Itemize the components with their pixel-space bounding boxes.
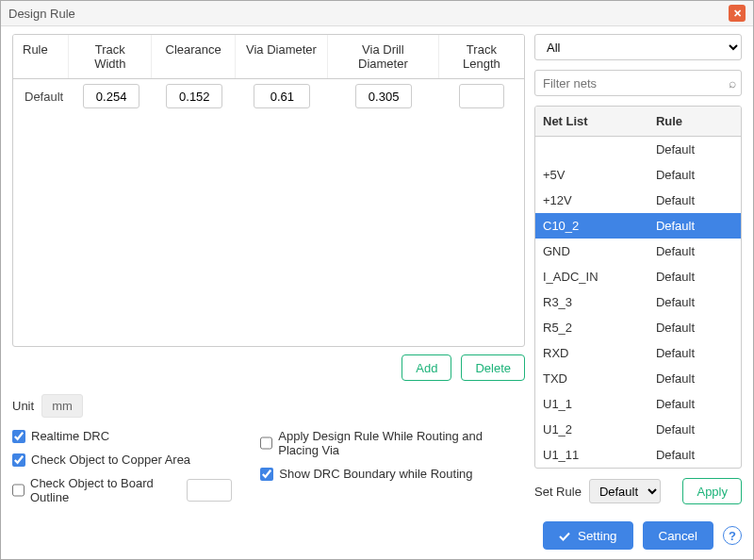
net-rule-cell: Default: [648, 188, 741, 213]
filter-nets-input[interactable]: [534, 70, 742, 96]
unit-value[interactable]: mm: [41, 394, 83, 418]
realtime-drc-label: Realtime DRC: [31, 429, 109, 443]
col-via-drill-diameter: Via Drill Diameter: [328, 35, 439, 78]
net-name-cell: R3_3: [535, 289, 648, 315]
net-rule-cell: Default: [648, 239, 741, 264]
net-name-cell: I_ADC_IN: [535, 264, 648, 289]
rule-table-header: Rule Track Width Clearance Via Diameter …: [13, 35, 524, 79]
net-rule-cell: Default: [648, 137, 741, 162]
dialog-title: Design Rule: [8, 7, 75, 21]
net-rule-cell: Default: [648, 340, 741, 366]
net-rule-cell: Default: [648, 289, 741, 315]
unit-label: Unit: [12, 399, 34, 413]
net-name-cell: U1_1: [535, 391, 648, 417]
set-rule-label: Set Rule: [534, 485, 582, 499]
check-outline-checkbox[interactable]: [12, 484, 25, 497]
show-boundary-option[interactable]: Show DRC Boundary while Routing: [260, 467, 525, 481]
net-row[interactable]: R3_3Default: [535, 289, 741, 315]
track-width-input[interactable]: [83, 84, 139, 108]
add-button[interactable]: Add: [402, 354, 451, 381]
set-rule-select[interactable]: Default: [589, 479, 661, 503]
setting-button-label: Setting: [578, 529, 617, 543]
via-drill-diameter-input[interactable]: [355, 84, 412, 108]
apply-routing-label: Apply Design Rule While Routing and Plac…: [278, 429, 525, 457]
show-boundary-label: Show DRC Boundary while Routing: [279, 467, 472, 481]
delete-button[interactable]: Delete: [461, 354, 525, 381]
rule-row[interactable]: Default: [13, 79, 524, 113]
net-row[interactable]: Default: [535, 137, 741, 162]
net-rule-cell: Default: [648, 213, 741, 239]
net-rule-cell: Default: [648, 162, 741, 188]
net-row[interactable]: R5_2Default: [535, 315, 741, 340]
net-rule-cell: Default: [648, 417, 741, 442]
net-name-cell: C10_2: [535, 213, 648, 239]
net-row[interactable]: TXDDefault: [535, 366, 741, 391]
col-track-length: Track Length: [439, 35, 524, 78]
netlist-body[interactable]: Default+5VDefault+12VDefaultC10_2Default…: [535, 137, 741, 468]
check-copper-option[interactable]: Check Object to Copper Area: [12, 453, 232, 467]
col-via-diameter: Via Diameter: [236, 35, 328, 78]
net-name-cell: R5_2: [535, 315, 648, 340]
setting-button[interactable]: Setting: [543, 521, 632, 550]
close-icon: ✕: [733, 8, 742, 20]
filter-type-select[interactable]: All: [534, 34, 742, 60]
net-name-cell: RXD: [535, 340, 648, 366]
check-copper-label: Check Object to Copper Area: [31, 453, 190, 467]
apply-button[interactable]: Apply: [682, 478, 742, 504]
rule-table: Rule Track Width Clearance Via Diameter …: [12, 34, 525, 347]
netlist-table: Net List Rule Default+5VDefault+12VDefau…: [534, 106, 742, 469]
show-boundary-checkbox[interactable]: [260, 468, 273, 481]
check-copper-checkbox[interactable]: [12, 453, 25, 467]
net-name-cell: +5V: [535, 162, 648, 188]
col-rule: Rule: [13, 35, 69, 78]
netlist-col-rule: Rule: [648, 107, 741, 136]
realtime-drc-checkbox[interactable]: [12, 430, 25, 443]
net-row[interactable]: I_ADC_INDefault: [535, 264, 741, 289]
net-name-cell: U1_11: [535, 442, 648, 468]
net-row[interactable]: U1_2Default: [535, 417, 741, 442]
net-row[interactable]: +12VDefault: [535, 188, 741, 213]
titlebar: Design Rule ✕: [1, 1, 753, 26]
realtime-drc-option[interactable]: Realtime DRC: [12, 429, 232, 443]
design-rule-dialog: Design Rule ✕ Rule Track Width Clearance…: [0, 0, 754, 560]
net-row[interactable]: RXDDefault: [535, 340, 741, 366]
clearance-input[interactable]: [166, 84, 222, 108]
cancel-button[interactable]: Cancel: [643, 521, 714, 550]
apply-routing-checkbox[interactable]: [260, 436, 272, 450]
net-name-cell: TXD: [535, 366, 648, 391]
net-rule-cell: Default: [648, 315, 741, 340]
col-track-width: Track Width: [69, 35, 152, 78]
check-outline-value-input[interactable]: [187, 479, 232, 502]
net-rule-cell: Default: [648, 366, 741, 391]
net-row[interactable]: U1_1Default: [535, 391, 741, 417]
search-icon: ⌕: [729, 75, 736, 91]
net-name-cell: U1_2: [535, 417, 648, 442]
net-name-cell: [535, 137, 648, 162]
net-row[interactable]: +5VDefault: [535, 162, 741, 188]
via-diameter-input[interactable]: [254, 84, 310, 108]
net-name-cell: GND: [535, 239, 648, 264]
track-length-input[interactable]: [459, 84, 504, 108]
close-button[interactable]: ✕: [729, 5, 746, 22]
check-icon: [559, 531, 570, 542]
netlist-col-name: Net List: [535, 107, 648, 136]
net-row[interactable]: C10_2Default: [535, 213, 741, 239]
net-rule-cell: Default: [648, 442, 741, 468]
apply-routing-option[interactable]: Apply Design Rule While Routing and Plac…: [260, 429, 525, 457]
net-row[interactable]: U1_11Default: [535, 442, 741, 468]
net-name-cell: +12V: [535, 188, 648, 213]
check-outline-label: Check Object to Board Outline: [30, 476, 177, 504]
net-rule-cell: Default: [648, 391, 741, 417]
check-outline-option[interactable]: Check Object to Board Outline: [12, 476, 232, 504]
net-rule-cell: Default: [648, 264, 741, 289]
help-icon[interactable]: ?: [723, 526, 742, 545]
rule-name-cell: Default: [13, 90, 70, 104]
net-row[interactable]: GNDDefault: [535, 239, 741, 264]
col-clearance: Clearance: [152, 35, 235, 78]
dialog-footer: Setting Cancel ?: [1, 512, 753, 559]
